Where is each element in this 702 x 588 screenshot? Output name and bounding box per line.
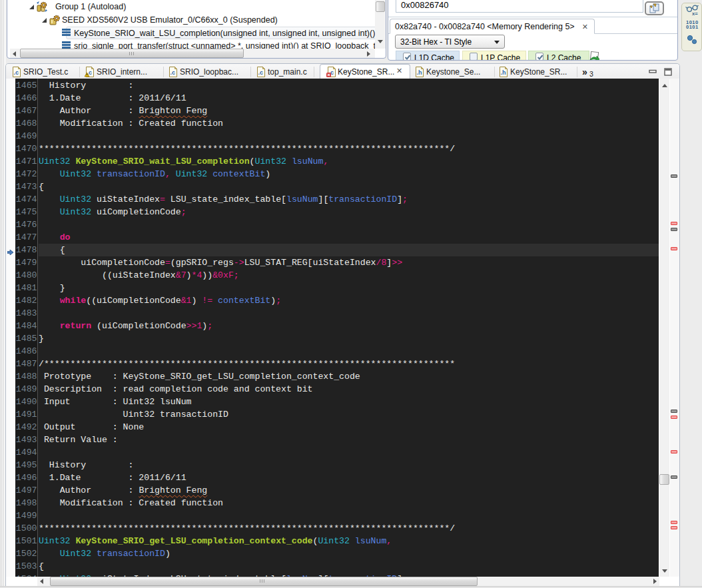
svg-text:.h: .h <box>501 69 506 76</box>
svg-text:x=: x= <box>692 11 698 16</box>
svg-text:.h: .h <box>417 69 422 76</box>
svg-text:.c: .c <box>258 69 264 76</box>
svg-text:.c: .c <box>171 69 176 76</box>
svg-text:.c: .c <box>14 69 19 76</box>
